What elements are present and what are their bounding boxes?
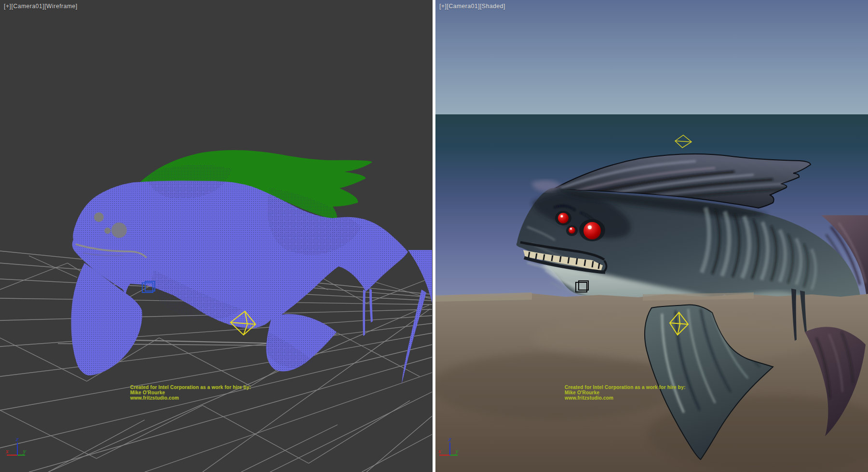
dual-viewport-stage: [+][Camera01][Wireframe] Created for Int…: [0, 0, 868, 472]
axis-y-label: y: [22, 448, 27, 455]
viewport-shaded[interactable]: [+][Camera01][Shaded] Created for Intel …: [435, 0, 868, 472]
credit-line-2: Mike O'Rourke: [565, 390, 738, 395]
shaded-scene: [435, 0, 868, 472]
credit-line-3: www.fritzstudio.com: [130, 395, 304, 401]
axis-x-label: x: [438, 448, 442, 455]
credit-text: Created for Intel Corporation as a work …: [130, 385, 304, 401]
axis-x-label: x: [5, 448, 9, 455]
axis-y-label: y: [455, 448, 459, 455]
axis-z-label: z: [15, 436, 19, 443]
credit-line-2: Mike O'Rourke: [130, 390, 304, 395]
credit-line-1: Created for Intel Corporation as a work …: [565, 385, 738, 390]
sky: [435, 0, 868, 115]
wireframe-scene: [0, 0, 433, 472]
credit-line-3: www.fritzstudio.com: [565, 395, 738, 401]
axis-gizmo: x y z: [1, 434, 35, 463]
viewport-label-shaded[interactable]: [+][Camera01][Shaded]: [439, 3, 505, 10]
axis-z-label: z: [448, 436, 451, 443]
axis-gizmo-shaded: x y z: [436, 434, 470, 463]
fish-model-wireframe[interactable]: [71, 150, 432, 384]
credit-line-1: Created for Intel Corporation as a work …: [130, 385, 304, 390]
viewport-label-wireframe[interactable]: [+][Camera01][Wireframe]: [4, 3, 78, 10]
credit-text-shaded: Created for Intel Corporation as a work …: [565, 385, 738, 401]
viewport-wireframe[interactable]: [+][Camera01][Wireframe] Created for Int…: [0, 0, 433, 472]
